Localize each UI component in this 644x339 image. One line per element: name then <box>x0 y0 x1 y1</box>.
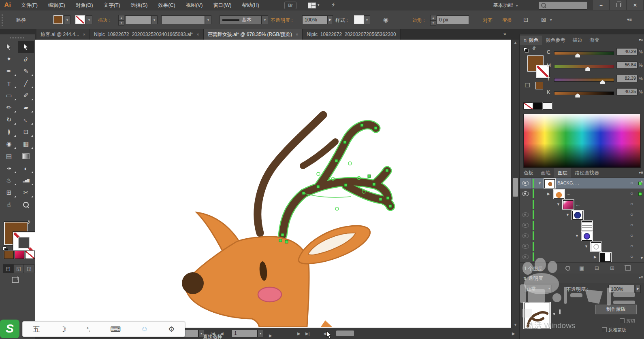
stroke-width-dropdown[interactable]: ▾ <box>151 15 158 24</box>
magic-wand-tool[interactable]: ✦ <box>1 53 17 65</box>
expand-down-icon[interactable]: ▼ <box>584 244 588 248</box>
corner-field[interactable]: 0 px <box>437 15 469 24</box>
channel-value-field[interactable]: 56.84 <box>616 61 638 69</box>
document-tab-1[interactable]: 旅客.ai @ 244.4...× <box>36 29 90 40</box>
workspace-switcher[interactable]: 基本功能▾ <box>493 2 518 9</box>
delete-layer-icon[interactable] <box>625 266 631 271</box>
graphic-style-swatch[interactable] <box>354 15 364 24</box>
menu-item-2[interactable]: 编辑(E) <box>48 2 65 9</box>
next-artboard-icon[interactable]: ▶ <box>297 331 301 336</box>
layer-name[interactable]: ... <box>576 201 580 206</box>
visibility-cell[interactable] <box>520 210 531 220</box>
ime-fullhalf-icon[interactable]: ☽ <box>60 325 66 334</box>
visibility-cell[interactable] <box>520 252 531 262</box>
close-button[interactable]: ✕ <box>627 0 643 10</box>
color-button[interactable] <box>4 251 14 259</box>
fill-color-dropdown[interactable]: ▾ <box>64 15 70 24</box>
layers-scroll-down-icon[interactable]: ▼ <box>640 256 644 260</box>
stroke-color-dropdown[interactable]: ▾ <box>86 15 92 24</box>
target-circle-icon[interactable]: ○ <box>630 212 633 217</box>
search-input[interactable] <box>539 1 587 10</box>
eyedropper-tool[interactable]: ✒ <box>1 162 17 174</box>
stroke-style-caret[interactable]: ▾ <box>262 15 268 24</box>
layer-row-4[interactable]: ▼○ <box>520 210 644 220</box>
menu-item-7[interactable]: 视图(V) <box>186 2 203 9</box>
curvature-tool[interactable]: ✎ <box>18 65 34 77</box>
layer-row-3[interactable]: ▼...○ <box>520 199 644 210</box>
gradient-button[interactable] <box>15 251 24 259</box>
document-tab-4[interactable]: Nipic_10922672_2020020720565362300 <box>303 29 400 40</box>
color-panel-tab-2[interactable]: 颜色参考 <box>542 36 569 45</box>
layers-scroll-up-icon[interactable]: ▲ <box>640 179 644 183</box>
menu-item-6[interactable]: 效果(C) <box>158 2 175 9</box>
visibility-cell[interactable] <box>520 178 531 189</box>
opacity-expand-button[interactable]: ▶ <box>327 15 333 24</box>
scroll-up-icon[interactable]: ▲ <box>514 40 517 44</box>
width-tool[interactable]: ≬ <box>1 126 17 138</box>
artboard-caret[interactable]: ▾ <box>258 330 263 337</box>
layer-row-5[interactable]: ○ <box>520 220 644 231</box>
layer-row-7[interactable]: ▼○ <box>520 241 644 252</box>
selection-indicator[interactable] <box>638 192 642 196</box>
deer-nose[interactable] <box>182 272 204 294</box>
clipping-mask-icon[interactable]: ▣ <box>579 265 584 271</box>
layer-thumbnail[interactable] <box>600 253 611 262</box>
layer-name[interactable]: ... <box>567 191 570 196</box>
brush-definition-dropdown[interactable]: ▾ <box>205 15 211 24</box>
color-panel-tab-4[interactable]: 渐变 <box>586 36 603 45</box>
menu-item-9[interactable]: 帮助(H) <box>242 2 259 9</box>
visibility-cell[interactable] <box>520 220 531 231</box>
visibility-cell[interactable] <box>520 241 531 252</box>
direct-selection-tool[interactable] <box>18 41 34 53</box>
minimize-button[interactable]: – <box>593 0 609 10</box>
locate-object-icon[interactable] <box>565 266 570 271</box>
stroke-panel-link[interactable]: 描边 : <box>98 17 111 24</box>
screen-mode-icon[interactable] <box>12 277 19 283</box>
align-link[interactable]: 对齐 <box>483 17 493 24</box>
menu-item-8[interactable]: 窗口(W) <box>213 2 231 9</box>
visibility-cell[interactable] <box>520 189 531 199</box>
deer-head[interactable] <box>186 236 309 327</box>
channel-value-field[interactable]: 40.35 <box>616 88 638 95</box>
panel-tab-1[interactable]: 色板 <box>520 168 537 178</box>
last-artboard-icon[interactable]: ▶| <box>305 331 309 336</box>
scale-tool[interactable]: ↔ <box>18 114 34 126</box>
rectangle-tool[interactable]: ▭ <box>1 89 17 102</box>
expand-right-icon[interactable]: ▶ <box>594 255 597 259</box>
stroke-color-swatch[interactable] <box>75 15 85 24</box>
type-tool[interactable]: T <box>1 77 17 89</box>
tab-close-icon[interactable]: × <box>296 32 298 37</box>
stroke-style-dropdown[interactable]: 基本 <box>220 15 262 24</box>
pencil-tool[interactable]: ✏ <box>1 102 17 114</box>
white-swatch[interactable] <box>543 102 552 110</box>
isolate-object-icon[interactable]: ⊡ <box>523 16 529 23</box>
vertical-scrollbar[interactable]: ▲ ▼ <box>511 40 520 328</box>
mesh-tool[interactable]: ▤ <box>1 150 17 162</box>
expand-down-icon[interactable]: ▼ <box>575 234 579 238</box>
panel-tab-4[interactable]: 路径查找器 <box>571 168 603 178</box>
corner-stepper[interactable]: ▴▾ <box>430 15 436 25</box>
graphic-style-dropdown[interactable]: ▾ <box>364 15 370 24</box>
chevron-down-icon[interactable]: ▾ <box>318 3 320 7</box>
transparency-opacity-expand[interactable]: ▶ <box>635 285 641 293</box>
expand-down-icon[interactable]: ▼ <box>538 181 542 185</box>
visibility-cell[interactable] <box>520 199 531 210</box>
none-swatch[interactable] <box>523 102 533 110</box>
artboard-tool[interactable]: ⊞ <box>1 186 17 199</box>
layer-thumbnail[interactable] <box>572 211 583 220</box>
collapse-icon[interactable]: ⇅ <box>524 38 527 42</box>
vertical-scroll-thumb[interactable] <box>513 178 518 197</box>
slider-track[interactable] <box>554 78 614 82</box>
blend-tool[interactable]: ◐ <box>18 162 34 174</box>
ime-profile-icon[interactable]: ☺ <box>141 325 148 333</box>
sogou-ime-logo[interactable]: S <box>0 320 19 338</box>
target-circle-icon[interactable]: ○ <box>630 222 633 228</box>
slice-tool[interactable]: ✂ <box>18 186 34 199</box>
opacity-link[interactable]: 不透明度 : <box>271 17 293 24</box>
free-transform-tool[interactable]: ⊡ <box>18 126 34 138</box>
deer-cheek[interactable] <box>258 287 281 302</box>
document-tab-3[interactable]: 芭蕾舞女孩.ai* @ 678.35% (RGB/预览)× <box>204 29 303 40</box>
hand-tool[interactable]: ☝ <box>1 199 17 211</box>
control-panel-menu-icon[interactable]: ▾≡ <box>627 17 632 22</box>
invert-mask-checkbox[interactable] <box>602 327 607 332</box>
